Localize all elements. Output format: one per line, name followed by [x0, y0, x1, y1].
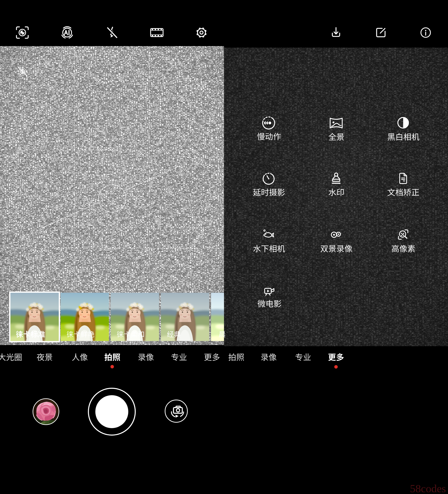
svg-text:58codes: 58codes — [410, 482, 446, 494]
